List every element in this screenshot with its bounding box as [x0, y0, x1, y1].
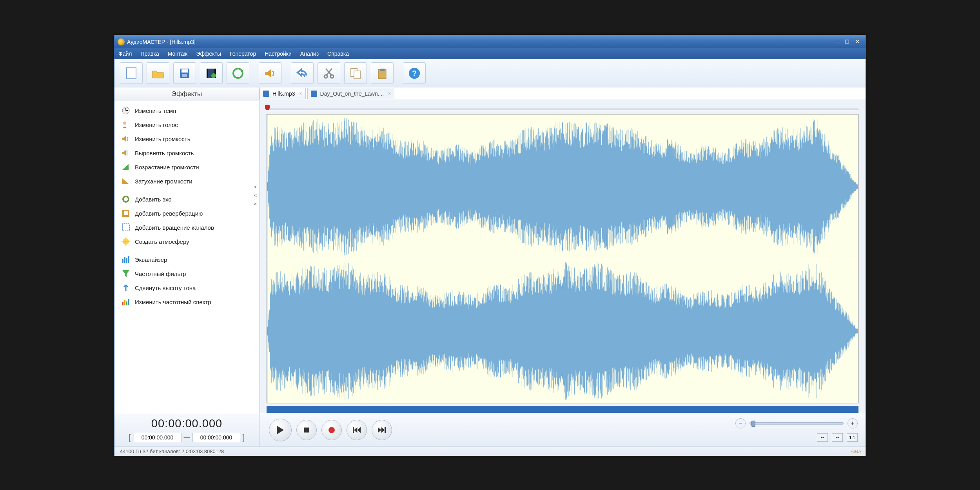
svg-marker-46	[357, 427, 361, 432]
svg-point-26	[124, 197, 128, 201]
toolbar-refresh-button[interactable]	[227, 62, 249, 84]
fadein-icon	[122, 163, 130, 171]
svg-rect-2	[181, 69, 188, 73]
menu-Файл[interactable]: Файл	[118, 51, 132, 57]
svg-rect-37	[122, 302, 123, 305]
menu-Генератор[interactable]: Генератор	[230, 51, 256, 57]
svg-marker-48	[381, 427, 385, 432]
sidebar-title: Эффекты	[114, 87, 259, 101]
transport-controls	[269, 419, 392, 441]
toolbar-undo-button[interactable]	[291, 62, 314, 84]
menu-Настройки[interactable]: Настройки	[265, 51, 292, 57]
app-icon	[118, 38, 125, 45]
effect-filter[interactable]: Частотный фильтр	[114, 267, 259, 281]
tab-close-icon[interactable]: ×	[388, 91, 391, 96]
effect-clock[interactable]: Изменить темп	[114, 103, 259, 118]
toolbar-speaker-button[interactable]	[259, 62, 281, 84]
svg-rect-17	[380, 69, 385, 71]
zoom-slider[interactable]	[750, 422, 844, 425]
stop-button[interactable]	[296, 420, 317, 440]
pitch-icon	[122, 283, 130, 292]
toolbar-save-button[interactable]	[173, 62, 196, 84]
range-end-input[interactable]	[192, 433, 240, 442]
prev-button[interactable]	[347, 420, 367, 440]
menu-Эффекты[interactable]: Эффекты	[196, 51, 221, 57]
toolbar-open-button[interactable]	[147, 62, 169, 84]
svg-rect-5	[207, 69, 208, 78]
zoom-controls: − + ↔ ↔ 1:1	[724, 418, 858, 442]
svg-marker-47	[378, 427, 381, 432]
effect-reverb[interactable]: Добавить реверберацию	[114, 206, 259, 220]
menu-Монтаж[interactable]: Монтаж	[168, 51, 188, 57]
svg-rect-28	[124, 211, 128, 215]
effect-fadein[interactable]: Возрастание громкости	[114, 160, 259, 174]
svg-point-43	[328, 427, 335, 433]
record-button[interactable]	[321, 420, 342, 440]
effect-volnorm[interactable]: Выровнять громкость	[114, 146, 259, 160]
svg-marker-45	[354, 427, 358, 432]
maximize-button[interactable]: ☐	[843, 38, 851, 45]
toolbar-cut-button[interactable]	[318, 62, 340, 84]
window-title: АудиоМАСТЕР - [Hills.mp3]	[127, 39, 196, 45]
toolbar-help-button[interactable]: ?	[403, 62, 426, 84]
zoom-out-button[interactable]: −	[735, 418, 746, 428]
filter-icon	[122, 269, 130, 278]
effect-voice[interactable]: Изменить голос	[114, 118, 259, 132]
new-icon	[124, 66, 138, 80]
tab-Day_Out_on_the_Lawn....[interactable]: Day_Out_on_the_Lawn....×	[307, 88, 395, 99]
range-start-input[interactable]	[134, 433, 181, 442]
collapse-chevron-icon[interactable]: <	[254, 184, 257, 190]
effect-pitch[interactable]: Сдвинуть высоту тона	[114, 281, 259, 295]
svg-rect-44	[353, 427, 354, 432]
tab-Hills.mp3[interactable]: Hills.mp3×	[260, 88, 306, 99]
zoom-in-button[interactable]: +	[848, 418, 858, 428]
svg-line-13	[326, 69, 331, 75]
toolbar-copy-button[interactable]	[344, 62, 367, 84]
effect-rotate[interactable]: Добавить вращение каналов	[114, 220, 259, 234]
scroll-right-button[interactable]: ↔	[832, 433, 843, 442]
audio-file-icon	[263, 91, 269, 97]
svg-point-23	[123, 122, 126, 125]
waveform-display[interactable]	[267, 114, 858, 403]
toolbar-video-button[interactable]	[200, 62, 223, 84]
toolbar-new-button[interactable]	[120, 62, 143, 84]
horizontal-scrollbar[interactable]	[267, 406, 858, 413]
open-icon	[151, 66, 165, 80]
effect-vol[interactable]: Изменить громкость	[114, 132, 259, 146]
file-tabs: Hills.mp3×Day_Out_on_the_Lawn....×	[260, 87, 866, 99]
statusbar: 44100 Гц 32 бит каналов: 2 0:03:03 80801…	[114, 446, 866, 456]
zoom-1to1-button[interactable]: 1:1	[847, 433, 858, 442]
effect-eq[interactable]: Эквалайзер	[114, 252, 259, 267]
svg-rect-38	[124, 300, 125, 305]
play-button[interactable]	[269, 419, 292, 441]
effect-spectrum[interactable]: Изменить частотный спектр	[114, 295, 259, 309]
app-window: АудиоМАСТЕР - [Hills.mp3] — ☐ ✕ ФайлПрав…	[114, 35, 866, 456]
effect-fadeout[interactable]: Затухание громкости	[114, 174, 259, 188]
tab-close-icon[interactable]: ×	[299, 91, 302, 96]
time-display: 00:00:00.000	[151, 417, 222, 430]
save-icon	[178, 66, 192, 80]
menu-Правка[interactable]: Правка	[140, 51, 159, 57]
svg-rect-40	[128, 299, 129, 305]
menu-Справка[interactable]: Справка	[327, 51, 349, 57]
atmos-icon	[122, 237, 130, 246]
toolbar: ?	[114, 59, 866, 87]
minimize-button[interactable]: —	[833, 38, 841, 45]
svg-text:?: ?	[412, 69, 417, 78]
effect-echo[interactable]: Добавить эхо	[114, 192, 259, 206]
toolbar-paste-button[interactable]	[371, 62, 394, 84]
close-button[interactable]: ✕	[853, 38, 862, 45]
scroll-left-button[interactable]: ↔	[817, 433, 828, 442]
playhead-marker[interactable]	[265, 105, 270, 110]
svg-line-12	[327, 69, 332, 75]
fadeout-icon	[122, 177, 130, 185]
menubar: ФайлПравкаМонтажЭффектыГенераторНастройк…	[114, 48, 866, 59]
skip-next-icon	[378, 427, 386, 433]
timeline[interactable]	[267, 105, 858, 113]
next-button[interactable]	[372, 420, 392, 440]
effect-atmos[interactable]: Создать атмосферу	[114, 234, 259, 249]
effects-list: Изменить темпИзменить голосИзменить гром…	[114, 101, 259, 413]
stop-icon	[303, 427, 310, 433]
menu-Анализ[interactable]: Анализ	[300, 51, 319, 57]
audio-file-icon	[311, 91, 317, 97]
